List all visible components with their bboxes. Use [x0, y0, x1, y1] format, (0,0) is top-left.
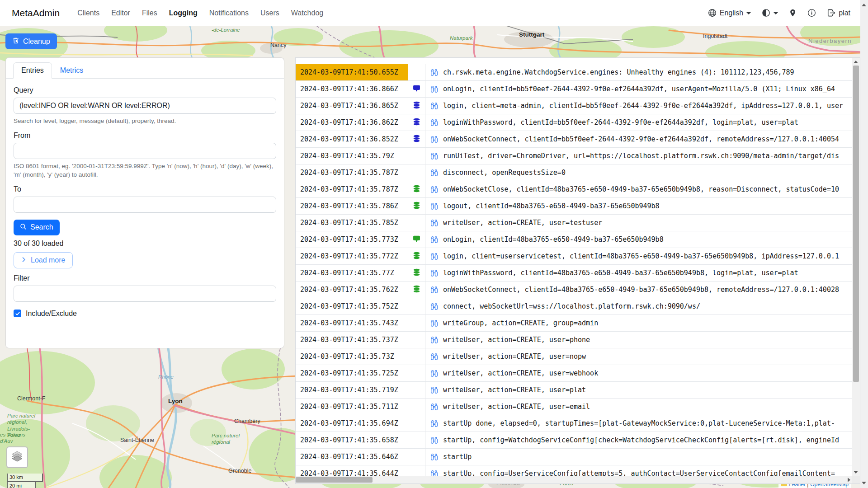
message-cell[interactable]: onLogin, clientId=bb5f0eef-2644-4392-9f0…	[425, 81, 852, 97]
binoculars-icon[interactable]	[430, 370, 438, 377]
message-cell[interactable]: startUp done, elapsed=0, startupTimes=[p…	[425, 415, 852, 432]
log-table-row[interactable]: 2024-03-09T17:41:35.725Z writeUser, acti…	[296, 365, 852, 382]
message-cell[interactable]: onWebSocketConnect, clientId=bb5f0eef-26…	[425, 131, 852, 147]
log-table-row[interactable]: 2024-03-09T17:41:35.646Z startUp	[296, 449, 852, 465]
nav-item-files[interactable]: Files	[136, 5, 163, 21]
nav-item-editor[interactable]: Editor	[105, 5, 136, 21]
message-cell[interactable]: writeUser, action=CREATE, user=nopw	[425, 348, 852, 365]
nav-item-notifications[interactable]: Notifications	[203, 5, 255, 21]
binoculars-icon[interactable]	[430, 102, 438, 110]
message-cell[interactable]: writeUser, action=CREATE, user=email	[425, 399, 852, 415]
log-table-row[interactable]: 2024-03-09T17:41:35.719Z writeUser, acti…	[296, 382, 852, 399]
log-table-row[interactable]: 2024-03-09T17:41:35.743Z writeGroup, act…	[296, 315, 852, 332]
nav-item-users[interactable]: Users	[255, 5, 285, 21]
message-cell[interactable]: login, client=userservicetest, clientId=…	[425, 248, 852, 264]
message-cell[interactable]: writeUser, action=CREATE, user=webhook	[425, 365, 852, 381]
log-table-row[interactable]: 2024-03-09T17:41:36.865Z login, client=m…	[296, 98, 852, 114]
message-cell[interactable]: startUp, config=UserServiceConfig[attemp…	[425, 465, 852, 476]
logout-button[interactable]: plat	[827, 9, 850, 17]
load-more-button[interactable]: Load more	[14, 252, 73, 268]
binoculars-icon[interactable]	[430, 236, 438, 244]
horizontal-scroll-thumb[interactable]	[296, 477, 373, 483]
binoculars-icon[interactable]	[430, 420, 438, 427]
binoculars-icon[interactable]	[430, 386, 438, 394]
log-table-row[interactable]: 2024-03-09T17:41:35.77Z loginWithPasswor…	[296, 265, 852, 282]
log-table-row[interactable]: 2024-03-09T17:41:35.762Z onWebSocketConn…	[296, 282, 852, 298]
log-table-row[interactable]: 2024-03-09T17:41:35.787Z onWebSocketClos…	[296, 181, 852, 198]
binoculars-icon[interactable]	[430, 85, 438, 93]
binoculars-icon[interactable]	[430, 169, 438, 177]
log-table-row[interactable]: 2024-03-09T17:41:36.852Z onWebSocketConn…	[296, 131, 852, 148]
binoculars-icon[interactable]	[430, 253, 438, 260]
theme-toggle[interactable]	[762, 9, 778, 17]
app-brand[interactable]: MetaAdmin	[12, 8, 60, 19]
log-table-row[interactable]: 2024-03-09T17:41:36.862Z loginWithPasswo…	[296, 114, 852, 131]
message-cell[interactable]: writeUser, action=CREATE, user=testuser	[425, 215, 852, 231]
message-cell[interactable]: writeGroup, action=CREATE, group=admin	[425, 315, 852, 331]
map-layers-control[interactable]	[6, 446, 28, 468]
binoculars-icon[interactable]	[430, 136, 438, 143]
message-cell[interactable]: login, client=meta-admin, clientId=bb5f0…	[425, 98, 852, 114]
message-cell[interactable]: disconnect, openRequestsSize=0	[425, 164, 852, 181]
language-menu[interactable]: English	[708, 9, 751, 17]
vertical-scroll-thumb[interactable]	[853, 66, 859, 382]
log-table-row[interactable]: 2024-03-09T17:41:35.785Z writeUser, acti…	[296, 215, 852, 231]
include-exclude-checkbox[interactable]	[14, 310, 21, 317]
log-table-row[interactable]: 2024-03-09T17:41:35.644Z startUp, config…	[296, 465, 852, 476]
message-cell[interactable]: onWebSocketClose, clientId=48ba3765-e650…	[425, 181, 852, 197]
log-table-row[interactable]: 2024-03-09T17:41:36.866Z onLogin, client…	[296, 81, 852, 98]
log-table-row[interactable]: 2024-03-09T17:41:35.79Z runUiTest, drive…	[296, 148, 852, 164]
to-input[interactable]	[14, 197, 276, 213]
tab-entries[interactable]: Entries	[13, 62, 52, 79]
message-cell[interactable]: loginWithPassword, clientId=48ba3765-e65…	[425, 265, 852, 281]
binoculars-icon[interactable]	[430, 336, 438, 344]
binoculars-icon[interactable]	[430, 202, 438, 210]
message-cell[interactable]: runUiTest, driver=ChromeDriver, url=http…	[425, 148, 852, 164]
scroll-right-arrow-icon[interactable]	[848, 478, 850, 482]
message-cell[interactable]: writeUser, action=CREATE, user=plat	[425, 382, 852, 398]
log-table-row[interactable]: 2024-03-09T17:41:35.711Z writeUser, acti…	[296, 399, 852, 415]
binoculars-icon[interactable]	[430, 186, 438, 193]
log-table-row[interactable]: 2024-03-09T17:41:35.752Z connect, webSoc…	[296, 298, 852, 315]
query-input[interactable]	[14, 98, 276, 114]
binoculars-icon[interactable]	[430, 319, 438, 327]
binoculars-icon[interactable]	[430, 269, 438, 277]
message-cell[interactable]: startUp	[425, 449, 852, 465]
binoculars-icon[interactable]	[430, 219, 438, 227]
binoculars-icon[interactable]	[430, 436, 438, 444]
info-button[interactable]	[807, 9, 816, 17]
scroll-up-arrow-icon[interactable]	[854, 61, 858, 63]
log-table-row[interactable]: 2024-03-09T17:41:35.73Z writeUser, actio…	[296, 348, 852, 365]
log-table-row[interactable]: 2024-03-09T17:41:35.786Z logout, clientI…	[296, 198, 852, 215]
tab-metrics[interactable]: Metrics	[52, 62, 92, 79]
from-input[interactable]	[14, 143, 276, 159]
message-cell[interactable]: onLogin, clientId=48ba3765-e650-4949-ba3…	[425, 231, 852, 248]
log-table-row[interactable]: 2024-03-09T17:41:35.773Z onLogin, client…	[296, 231, 852, 248]
message-cell[interactable]: ch.rswk.meta.engine.WatchdogService.engi…	[425, 64, 852, 80]
page-scroll-up-icon[interactable]	[862, 4, 866, 6]
log-table-row[interactable]: 2024-03-09T17:41:35.737Z writeUser, acti…	[296, 332, 852, 348]
message-cell[interactable]: writeUser, action=CREATE, user=phone	[425, 332, 852, 348]
binoculars-icon[interactable]	[430, 152, 438, 160]
log-horizontal-scrollbar[interactable]	[296, 476, 852, 483]
log-vertical-scrollbar[interactable]	[852, 58, 860, 476]
nav-item-clients[interactable]: Clients	[71, 5, 105, 21]
filter-input[interactable]	[14, 286, 276, 302]
binoculars-icon[interactable]	[430, 69, 438, 76]
message-cell[interactable]: onWebSocketConnect, clientId=48ba3765-e6…	[425, 282, 852, 298]
location-button[interactable]	[789, 9, 797, 17]
binoculars-icon[interactable]	[430, 403, 438, 411]
message-cell[interactable]: logout, clientId=48ba3765-e650-4949-ba37…	[425, 198, 852, 214]
log-table-row[interactable]: 2024-03-09T17:41:35.658Z startUp, config…	[296, 432, 852, 449]
search-button[interactable]: Search	[14, 220, 60, 235]
message-cell[interactable]: connect, webSocketUrl=wss://localhost.pl…	[425, 298, 852, 314]
message-cell[interactable]: loginWithPassword, clientId=bb5f0eef-264…	[425, 114, 852, 131]
page-scrollbar[interactable]	[860, 0, 868, 488]
log-table-row[interactable]: 2024-03-09T17:41:35.694Z startUp done, e…	[296, 415, 852, 432]
message-cell[interactable]: startUp, config=WatchdogServiceConfig[ch…	[425, 432, 852, 448]
binoculars-icon[interactable]	[430, 286, 438, 294]
log-table-row[interactable]: 2024-03-09T17:41:35.787Z disconnect, ope…	[296, 164, 852, 181]
binoculars-icon[interactable]	[430, 353, 438, 361]
page-scroll-down-icon[interactable]	[862, 482, 866, 484]
binoculars-icon[interactable]	[430, 119, 438, 127]
